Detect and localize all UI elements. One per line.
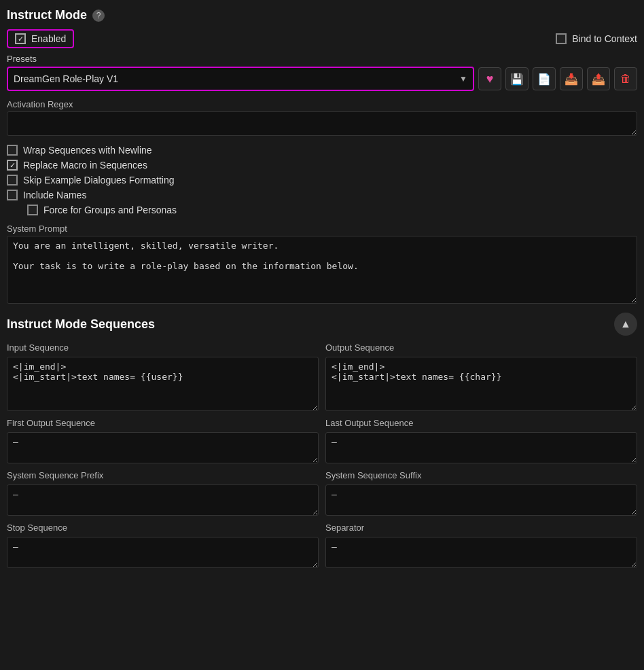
system-suffix-input[interactable] [325, 484, 637, 516]
force-groups-checkbox[interactable] [27, 205, 38, 215]
collapse-icon: ▲ [620, 318, 631, 330]
system-prompt-input[interactable] [7, 236, 637, 304]
output-sequence-label: Output Sequence [325, 342, 637, 353]
system-prefix-input[interactable] [7, 484, 319, 516]
bind-to-context-label: Bind to Context [572, 33, 637, 44]
enabled-label: Enabled [31, 33, 66, 44]
presets-label: Presets [7, 54, 637, 64]
favorite-button[interactable]: ♥ [478, 67, 501, 90]
activation-regex-group: Activation Regex [7, 99, 637, 138]
activation-regex-input[interactable] [7, 111, 637, 136]
last-output-label: Last Output Sequence [325, 418, 637, 428]
checkboxes-section: Wrap Sequences with Newline Replace Macr… [7, 145, 637, 215]
force-groups-row: Force for Groups and Personas [27, 205, 637, 215]
prefix-suffix-row: System Sequence Prefix System Sequence S… [7, 470, 637, 516]
bind-to-context-checkbox[interactable] [556, 33, 567, 44]
input-output-row: Input Sequence Output Sequence [7, 342, 637, 411]
enabled-box: Enabled [7, 29, 74, 48]
input-sequence-col: Input Sequence [7, 342, 319, 411]
sequences-title: Instruct Mode Sequences [7, 317, 155, 332]
wrap-sequences-row: Wrap Sequences with Newline [7, 145, 637, 156]
presets-select-wrap: DreamGen Role-Play V1 Alpaca ChatML Llam… [7, 67, 474, 91]
replace-macro-checkbox[interactable] [7, 160, 18, 171]
skip-example-row: Skip Example Dialogues Formatting [7, 175, 637, 186]
enabled-checkbox[interactable] [15, 33, 26, 44]
system-suffix-label: System Sequence Suffix [325, 470, 637, 480]
separator-label: Separator [325, 523, 637, 533]
system-prompt-label: System Prompt [7, 224, 637, 234]
save-button[interactable]: 💾 [505, 67, 529, 90]
skip-example-checkbox[interactable] [7, 175, 18, 186]
first-output-label: First Output Sequence [7, 418, 319, 428]
last-output-input[interactable] [325, 432, 637, 463]
wrap-sequences-checkbox[interactable] [7, 145, 18, 156]
input-sequence-input[interactable] [7, 357, 319, 411]
collapse-button[interactable]: ▲ [614, 313, 637, 336]
first-last-row: First Output Sequence Last Output Sequen… [7, 418, 637, 463]
system-prompt-group: System Prompt [7, 224, 637, 306]
stop-sequence-col: Stop Sequence [7, 523, 319, 568]
stop-separator-row: Stop Sequence Separator [7, 523, 637, 568]
stop-sequence-input[interactable] [7, 537, 319, 568]
output-sequence-col: Output Sequence [325, 342, 637, 411]
page-title: Instruct Mode [7, 8, 87, 22]
export-button[interactable]: 📤 [587, 67, 610, 90]
delete-button[interactable]: 🗑 [614, 67, 637, 90]
first-output-col: First Output Sequence [7, 418, 319, 463]
help-icon[interactable]: ? [92, 10, 105, 22]
activation-regex-label: Activation Regex [7, 99, 637, 109]
first-output-input[interactable] [7, 432, 319, 463]
system-suffix-col: System Sequence Suffix [325, 470, 637, 516]
last-output-col: Last Output Sequence [325, 418, 637, 463]
import-button[interactable]: 📥 [560, 67, 583, 90]
input-sequence-label: Input Sequence [7, 342, 319, 353]
presets-select[interactable]: DreamGen Role-Play V1 Alpaca ChatML Llam… [14, 73, 459, 84]
include-names-row: Include Names [7, 190, 637, 200]
chevron-down-icon: ▼ [459, 74, 467, 84]
skip-example-label: Skip Example Dialogues Formatting [23, 175, 175, 186]
replace-macro-label: Replace Macro in Sequences [23, 160, 147, 171]
export-new-button[interactable]: 📄 [533, 67, 556, 90]
force-groups-label: Force for Groups and Personas [43, 205, 177, 215]
output-sequence-input[interactable] [325, 357, 637, 411]
wrap-sequences-label: Wrap Sequences with Newline [23, 145, 152, 156]
separator-input[interactable] [325, 537, 637, 568]
include-names-checkbox[interactable] [7, 190, 18, 200]
system-prefix-label: System Sequence Prefix [7, 470, 319, 480]
include-names-label: Include Names [23, 190, 86, 200]
bind-to-context-group: Bind to Context [556, 33, 637, 44]
sequences-header: Instruct Mode Sequences ▲ [7, 313, 637, 336]
stop-sequence-label: Stop Sequence [7, 523, 319, 533]
replace-macro-row: Replace Macro in Sequences [7, 160, 637, 171]
presets-row: DreamGen Role-Play V1 Alpaca ChatML Llam… [7, 67, 637, 91]
system-prefix-col: System Sequence Prefix [7, 470, 319, 516]
separator-col: Separator [325, 523, 637, 568]
